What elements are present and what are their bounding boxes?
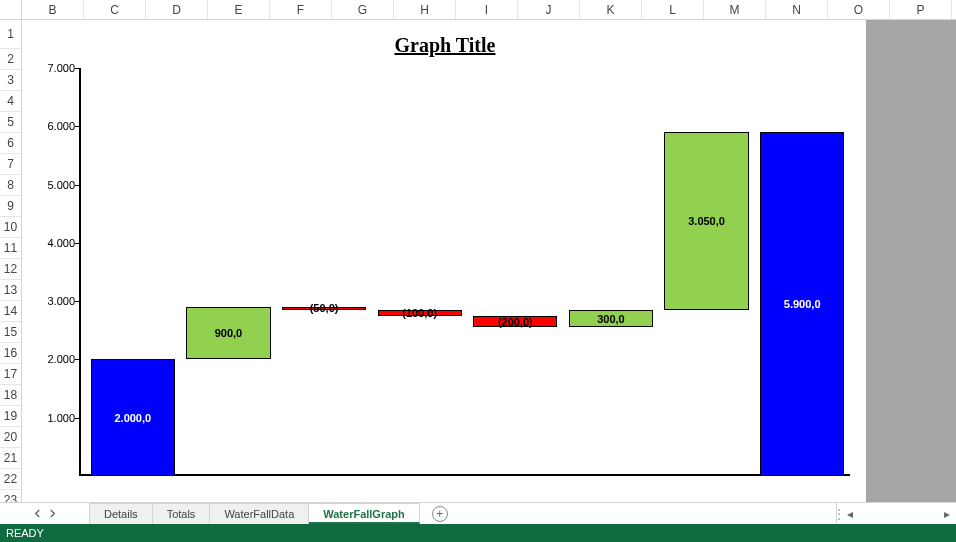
- chart-plot-area[interactable]: 2.000,0900,0(50,0)(100,0)(200,0)300,03.0…: [85, 68, 850, 476]
- col-header[interactable]: K: [580, 0, 642, 19]
- row-header[interactable]: 2: [0, 49, 21, 70]
- waterfall-bar[interactable]: [282, 307, 366, 310]
- col-header[interactable]: E: [208, 0, 270, 19]
- y-tick-mark: [75, 301, 81, 302]
- sheet-tabs: DetailsTotalsWaterFallDataWaterFallGraph: [90, 503, 420, 524]
- row-header[interactable]: 5: [0, 112, 21, 133]
- col-header[interactable]: G: [332, 0, 394, 19]
- col-header[interactable]: J: [518, 0, 580, 19]
- y-tick-label: 7.000: [35, 62, 75, 74]
- scroll-right-icon[interactable]: ▸: [938, 507, 956, 521]
- y-tick-label: 3.000: [35, 295, 75, 307]
- excel-window: B C D E F G H I J K L M N O P 1 2 3 4 5 …: [0, 0, 956, 542]
- sheet-tab-strip: DetailsTotalsWaterFallDataWaterFallGraph…: [0, 502, 956, 524]
- col-header[interactable]: N: [766, 0, 828, 19]
- bar-data-label: 900,0: [213, 327, 245, 339]
- waterfall-bar[interactable]: [473, 316, 557, 328]
- row-header[interactable]: 10: [0, 217, 21, 238]
- col-header[interactable]: F: [270, 0, 332, 19]
- y-tick-mark: [75, 126, 81, 127]
- row-header[interactable]: 6: [0, 133, 21, 154]
- y-tick-mark: [75, 68, 81, 69]
- waterfall-bar[interactable]: 2.000,0: [91, 359, 175, 476]
- tab-next-icon[interactable]: [48, 507, 57, 521]
- y-tick-label: 6.000: [35, 120, 75, 132]
- y-tick-mark: [75, 418, 81, 419]
- y-tick-mark: [75, 243, 81, 244]
- col-header[interactable]: L: [642, 0, 704, 19]
- row-header[interactable]: 13: [0, 280, 21, 301]
- y-tick-mark: [75, 185, 81, 186]
- horizontal-scrollbar[interactable]: ⋮ ◂ ▸: [836, 503, 956, 524]
- scroll-track[interactable]: [859, 507, 938, 521]
- row-header[interactable]: 9: [0, 196, 21, 217]
- bar-data-label: 2.000,0: [112, 412, 153, 424]
- worksheet-grid[interactable]: Graph Title 2.000,0900,0(50,0)(100,0)(20…: [22, 20, 956, 506]
- waterfall-bar[interactable]: 900,0: [186, 307, 270, 359]
- chart-bars: 2.000,0900,0(50,0)(100,0)(200,0)300,03.0…: [85, 68, 850, 476]
- col-header[interactable]: I: [456, 0, 518, 19]
- status-bar: READY: [0, 524, 956, 542]
- bar-data-label: 300,0: [595, 313, 627, 325]
- y-tick-label: 5.000: [35, 179, 75, 191]
- row-header[interactable]: 19: [0, 406, 21, 427]
- col-header[interactable]: D: [146, 0, 208, 19]
- waterfall-bar[interactable]: 300,0: [569, 310, 653, 327]
- row-header[interactable]: 15: [0, 322, 21, 343]
- col-header[interactable]: M: [704, 0, 766, 19]
- y-tick-label: 4.000: [35, 237, 75, 249]
- status-text: READY: [6, 527, 44, 539]
- col-header[interactable]: C: [84, 0, 146, 19]
- row-header[interactable]: 8: [0, 175, 21, 196]
- col-header[interactable]: O: [828, 0, 890, 19]
- col-header[interactable]: B: [22, 0, 84, 19]
- sheet-tab[interactable]: WaterFallData: [210, 503, 309, 524]
- row-header[interactable]: 16: [0, 343, 21, 364]
- row-header[interactable]: 14: [0, 301, 21, 322]
- row-header[interactable]: 7: [0, 154, 21, 175]
- bar-data-label: 5.900,0: [782, 298, 823, 310]
- y-tick-label: 2.000: [35, 353, 75, 365]
- select-all-corner[interactable]: [0, 0, 22, 19]
- y-tick-label: 1.000: [35, 412, 75, 424]
- sheet-tab[interactable]: WaterFallGraph: [309, 503, 420, 524]
- column-headers: B C D E F G H I J K L M N O P: [0, 0, 956, 20]
- sheet-tab[interactable]: Details: [90, 503, 153, 524]
- scroll-left-icon[interactable]: ◂: [841, 507, 859, 521]
- tab-nav-buttons[interactable]: [0, 503, 90, 524]
- col-header[interactable]: H: [394, 0, 456, 19]
- y-axis-line: [79, 68, 81, 476]
- plus-icon: +: [432, 506, 448, 522]
- waterfall-bar[interactable]: 3.050,0: [664, 132, 748, 310]
- sheet-tab[interactable]: Totals: [153, 503, 211, 524]
- row-header[interactable]: 4: [0, 91, 21, 112]
- bar-data-label: 3.050,0: [686, 215, 727, 227]
- row-header[interactable]: 20: [0, 427, 21, 448]
- row-header[interactable]: 21: [0, 448, 21, 469]
- new-sheet-button[interactable]: +: [420, 503, 460, 524]
- row-header[interactable]: 22: [0, 469, 21, 490]
- row-header[interactable]: 11: [0, 238, 21, 259]
- row-header[interactable]: 12: [0, 259, 21, 280]
- waterfall-bar[interactable]: 5.900,0: [760, 132, 844, 476]
- waterfall-bar[interactable]: [378, 310, 462, 316]
- row-header[interactable]: 3: [0, 70, 21, 91]
- col-header[interactable]: P: [890, 0, 952, 19]
- tab-prev-icon[interactable]: [33, 507, 42, 521]
- y-tick-mark: [75, 359, 81, 360]
- row-header[interactable]: 18: [0, 385, 21, 406]
- row-header[interactable]: 1: [0, 20, 21, 49]
- chart-title[interactable]: Graph Title: [30, 28, 860, 57]
- chart-object[interactable]: Graph Title 2.000,0900,0(50,0)(100,0)(20…: [30, 28, 860, 486]
- row-headers: 1 2 3 4 5 6 7 8 9 10 11 12 13 14 15 16 1…: [0, 20, 22, 506]
- row-header[interactable]: 17: [0, 364, 21, 385]
